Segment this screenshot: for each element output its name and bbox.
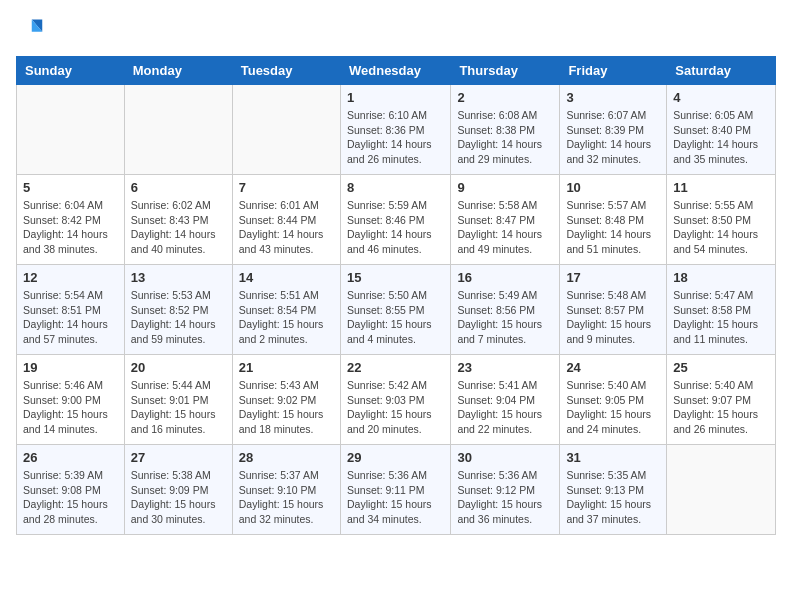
day-info: Sunrise: 5:57 AM Sunset: 8:48 PM Dayligh… [566, 198, 660, 257]
calendar-day-cell: 2Sunrise: 6:08 AM Sunset: 8:38 PM Daylig… [451, 85, 560, 175]
calendar-day-cell: 14Sunrise: 5:51 AM Sunset: 8:54 PM Dayli… [232, 265, 340, 355]
day-number: 9 [457, 180, 553, 195]
calendar-header-row: SundayMondayTuesdayWednesdayThursdayFrid… [17, 57, 776, 85]
day-info: Sunrise: 6:01 AM Sunset: 8:44 PM Dayligh… [239, 198, 334, 257]
calendar-day-cell: 3Sunrise: 6:07 AM Sunset: 8:39 PM Daylig… [560, 85, 667, 175]
day-number: 24 [566, 360, 660, 375]
day-info: Sunrise: 5:46 AM Sunset: 9:00 PM Dayligh… [23, 378, 118, 437]
calendar-week-row: 12Sunrise: 5:54 AM Sunset: 8:51 PM Dayli… [17, 265, 776, 355]
day-info: Sunrise: 6:02 AM Sunset: 8:43 PM Dayligh… [131, 198, 226, 257]
day-of-week-header: Wednesday [340, 57, 450, 85]
day-info: Sunrise: 5:48 AM Sunset: 8:57 PM Dayligh… [566, 288, 660, 347]
calendar-day-cell: 31Sunrise: 5:35 AM Sunset: 9:13 PM Dayli… [560, 445, 667, 535]
calendar-day-cell: 30Sunrise: 5:36 AM Sunset: 9:12 PM Dayli… [451, 445, 560, 535]
calendar-day-cell: 25Sunrise: 5:40 AM Sunset: 9:07 PM Dayli… [667, 355, 776, 445]
calendar-table: SundayMondayTuesdayWednesdayThursdayFrid… [16, 56, 776, 535]
day-info: Sunrise: 5:59 AM Sunset: 8:46 PM Dayligh… [347, 198, 444, 257]
day-number: 2 [457, 90, 553, 105]
calendar-day-cell: 12Sunrise: 5:54 AM Sunset: 8:51 PM Dayli… [17, 265, 125, 355]
day-number: 25 [673, 360, 769, 375]
calendar-day-cell: 20Sunrise: 5:44 AM Sunset: 9:01 PM Dayli… [124, 355, 232, 445]
day-number: 4 [673, 90, 769, 105]
calendar-day-cell: 8Sunrise: 5:59 AM Sunset: 8:46 PM Daylig… [340, 175, 450, 265]
day-of-week-header: Tuesday [232, 57, 340, 85]
day-info: Sunrise: 5:35 AM Sunset: 9:13 PM Dayligh… [566, 468, 660, 527]
day-number: 20 [131, 360, 226, 375]
calendar-day-cell: 28Sunrise: 5:37 AM Sunset: 9:10 PM Dayli… [232, 445, 340, 535]
calendar-day-cell: 16Sunrise: 5:49 AM Sunset: 8:56 PM Dayli… [451, 265, 560, 355]
calendar-day-cell: 4Sunrise: 6:05 AM Sunset: 8:40 PM Daylig… [667, 85, 776, 175]
calendar-day-cell: 9Sunrise: 5:58 AM Sunset: 8:47 PM Daylig… [451, 175, 560, 265]
day-info: Sunrise: 5:39 AM Sunset: 9:08 PM Dayligh… [23, 468, 118, 527]
calendar-day-cell: 1Sunrise: 6:10 AM Sunset: 8:36 PM Daylig… [340, 85, 450, 175]
day-number: 16 [457, 270, 553, 285]
day-number: 8 [347, 180, 444, 195]
calendar-week-row: 19Sunrise: 5:46 AM Sunset: 9:00 PM Dayli… [17, 355, 776, 445]
calendar-day-cell: 15Sunrise: 5:50 AM Sunset: 8:55 PM Dayli… [340, 265, 450, 355]
calendar-day-cell: 17Sunrise: 5:48 AM Sunset: 8:57 PM Dayli… [560, 265, 667, 355]
day-info: Sunrise: 5:36 AM Sunset: 9:12 PM Dayligh… [457, 468, 553, 527]
calendar-week-row: 26Sunrise: 5:39 AM Sunset: 9:08 PM Dayli… [17, 445, 776, 535]
calendar-day-cell: 27Sunrise: 5:38 AM Sunset: 9:09 PM Dayli… [124, 445, 232, 535]
calendar-day-cell: 7Sunrise: 6:01 AM Sunset: 8:44 PM Daylig… [232, 175, 340, 265]
day-info: Sunrise: 6:10 AM Sunset: 8:36 PM Dayligh… [347, 108, 444, 167]
day-number: 30 [457, 450, 553, 465]
day-number: 13 [131, 270, 226, 285]
day-number: 1 [347, 90, 444, 105]
calendar-day-cell [124, 85, 232, 175]
day-number: 15 [347, 270, 444, 285]
calendar-day-cell: 11Sunrise: 5:55 AM Sunset: 8:50 PM Dayli… [667, 175, 776, 265]
calendar-day-cell: 26Sunrise: 5:39 AM Sunset: 9:08 PM Dayli… [17, 445, 125, 535]
day-info: Sunrise: 6:05 AM Sunset: 8:40 PM Dayligh… [673, 108, 769, 167]
day-info: Sunrise: 5:36 AM Sunset: 9:11 PM Dayligh… [347, 468, 444, 527]
day-number: 7 [239, 180, 334, 195]
day-info: Sunrise: 6:07 AM Sunset: 8:39 PM Dayligh… [566, 108, 660, 167]
calendar-day-cell: 10Sunrise: 5:57 AM Sunset: 8:48 PM Dayli… [560, 175, 667, 265]
calendar-day-cell [667, 445, 776, 535]
day-info: Sunrise: 5:40 AM Sunset: 9:07 PM Dayligh… [673, 378, 769, 437]
calendar-week-row: 5Sunrise: 6:04 AM Sunset: 8:42 PM Daylig… [17, 175, 776, 265]
day-info: Sunrise: 5:40 AM Sunset: 9:05 PM Dayligh… [566, 378, 660, 437]
day-number: 12 [23, 270, 118, 285]
day-info: Sunrise: 6:08 AM Sunset: 8:38 PM Dayligh… [457, 108, 553, 167]
day-of-week-header: Monday [124, 57, 232, 85]
calendar-day-cell: 18Sunrise: 5:47 AM Sunset: 8:58 PM Dayli… [667, 265, 776, 355]
day-info: Sunrise: 5:58 AM Sunset: 8:47 PM Dayligh… [457, 198, 553, 257]
day-number: 18 [673, 270, 769, 285]
day-of-week-header: Thursday [451, 57, 560, 85]
day-info: Sunrise: 5:54 AM Sunset: 8:51 PM Dayligh… [23, 288, 118, 347]
calendar-week-row: 1Sunrise: 6:10 AM Sunset: 8:36 PM Daylig… [17, 85, 776, 175]
day-number: 31 [566, 450, 660, 465]
day-number: 6 [131, 180, 226, 195]
day-info: Sunrise: 5:42 AM Sunset: 9:03 PM Dayligh… [347, 378, 444, 437]
day-number: 23 [457, 360, 553, 375]
day-number: 26 [23, 450, 118, 465]
day-of-week-header: Sunday [17, 57, 125, 85]
day-number: 14 [239, 270, 334, 285]
calendar-day-cell [17, 85, 125, 175]
day-info: Sunrise: 5:44 AM Sunset: 9:01 PM Dayligh… [131, 378, 226, 437]
day-number: 22 [347, 360, 444, 375]
calendar-day-cell: 13Sunrise: 5:53 AM Sunset: 8:52 PM Dayli… [124, 265, 232, 355]
day-number: 17 [566, 270, 660, 285]
calendar-day-cell [232, 85, 340, 175]
day-info: Sunrise: 5:53 AM Sunset: 8:52 PM Dayligh… [131, 288, 226, 347]
day-number: 5 [23, 180, 118, 195]
day-info: Sunrise: 5:55 AM Sunset: 8:50 PM Dayligh… [673, 198, 769, 257]
day-info: Sunrise: 5:41 AM Sunset: 9:04 PM Dayligh… [457, 378, 553, 437]
day-number: 29 [347, 450, 444, 465]
calendar-day-cell: 5Sunrise: 6:04 AM Sunset: 8:42 PM Daylig… [17, 175, 125, 265]
calendar-day-cell: 23Sunrise: 5:41 AM Sunset: 9:04 PM Dayli… [451, 355, 560, 445]
calendar-day-cell: 29Sunrise: 5:36 AM Sunset: 9:11 PM Dayli… [340, 445, 450, 535]
day-info: Sunrise: 5:43 AM Sunset: 9:02 PM Dayligh… [239, 378, 334, 437]
day-info: Sunrise: 5:49 AM Sunset: 8:56 PM Dayligh… [457, 288, 553, 347]
calendar-day-cell: 6Sunrise: 6:02 AM Sunset: 8:43 PM Daylig… [124, 175, 232, 265]
day-number: 3 [566, 90, 660, 105]
calendar-day-cell: 24Sunrise: 5:40 AM Sunset: 9:05 PM Dayli… [560, 355, 667, 445]
calendar-day-cell: 22Sunrise: 5:42 AM Sunset: 9:03 PM Dayli… [340, 355, 450, 445]
day-number: 21 [239, 360, 334, 375]
day-info: Sunrise: 5:37 AM Sunset: 9:10 PM Dayligh… [239, 468, 334, 527]
day-of-week-header: Saturday [667, 57, 776, 85]
calendar-day-cell: 19Sunrise: 5:46 AM Sunset: 9:00 PM Dayli… [17, 355, 125, 445]
day-info: Sunrise: 5:51 AM Sunset: 8:54 PM Dayligh… [239, 288, 334, 347]
